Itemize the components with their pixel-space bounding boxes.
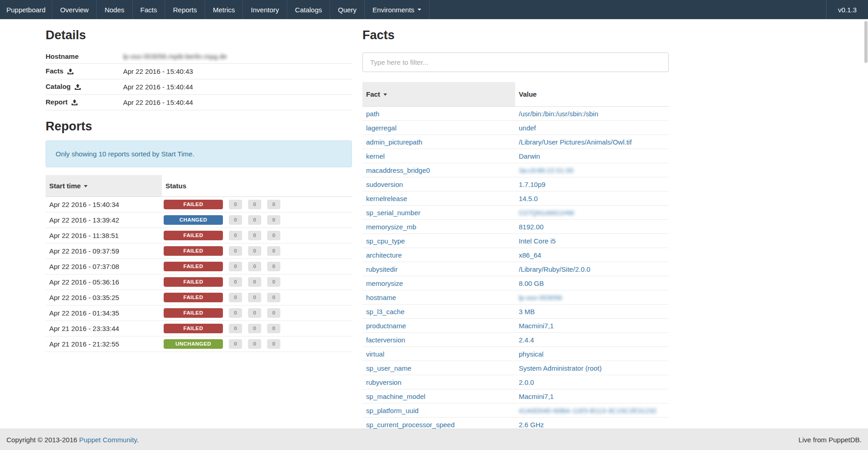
report-row: Apr 22 2016 - 03:35:25 FAILED 0 0 0 (46, 290, 352, 305)
nav-item-catalogs[interactable]: Catalogs (287, 0, 330, 19)
report-count-badge: 0 (267, 324, 280, 333)
report-status-badge: FAILED (164, 308, 223, 318)
upload-icon[interactable] (67, 67, 73, 77)
fact-value-link[interactable]: 2.4.4 (519, 336, 534, 344)
fact-value-link[interactable]: 3a:c9:86:22:01:00 (519, 166, 574, 174)
fact-value-link[interactable]: 8.00 GB (519, 279, 544, 287)
report-count-badge: 0 (229, 339, 242, 349)
fact-value-link[interactable]: Macmini7,1 (519, 322, 554, 330)
fact-name-link[interactable]: hostname (366, 294, 396, 301)
report-count-badge: 0 (248, 308, 261, 318)
report-count-badge: 0 (229, 324, 242, 333)
fact-value-link[interactable]: 1.7.10p9 (519, 181, 545, 188)
fact-name-link[interactable]: memorysize_mb (366, 223, 416, 231)
fact-row: productname Macmini7,1 (362, 319, 669, 333)
fact-value-link[interactable]: x86_64 (519, 251, 541, 259)
details-row-hostname: Hostname lp-osx-003056.mpib-berlin.mpg.d… (46, 49, 352, 64)
report-row: Apr 21 2016 - 21:32:55 UNCHANGED 0 0 0 (46, 336, 352, 352)
fact-name-link[interactable]: kernelrelease (366, 195, 407, 202)
fact-value-link[interactable]: Macmini7,1 (519, 393, 554, 400)
fact-row: sp_l3_cache 3 MB (362, 305, 669, 319)
fact-name-link[interactable]: macaddress_bridge0 (366, 166, 430, 174)
fact-name-link[interactable]: sp_cpu_type (366, 237, 405, 245)
nav-item-inventory[interactable]: Inventory (243, 0, 287, 19)
report-start-time: Apr 22 2016 - 03:35:25 (46, 290, 162, 305)
fact-row: facterversion 2.4.4 (362, 333, 669, 347)
fact-value-link[interactable]: 14.5.0 (519, 195, 538, 202)
report-status-badge: FAILED (164, 231, 223, 240)
reports-header-status[interactable]: Status (162, 175, 352, 197)
fact-name-link[interactable]: rubyversion (366, 378, 402, 386)
fact-row: lagerregal undef (362, 121, 669, 135)
upload-icon[interactable] (72, 98, 78, 108)
fact-name-link[interactable]: kernel (366, 152, 385, 160)
fact-name-link[interactable]: productname (366, 322, 406, 330)
fact-name-link[interactable]: admin_picturepath (366, 138, 422, 146)
nav-item-metrics[interactable]: Metrics (205, 0, 243, 19)
reports-header-start-time[interactable]: Start time (46, 175, 162, 197)
report-start-time: Apr 21 2016 - 23:33:44 (46, 321, 162, 336)
fact-name-link[interactable]: architecture (366, 251, 402, 259)
fact-value-link[interactable]: /Library/Ruby/Site/2.0.0 (519, 265, 590, 273)
facts-header-value[interactable]: Value (515, 82, 669, 107)
fact-row: sp_machine_model Macmini7,1 (362, 389, 669, 403)
fact-value-link[interactable]: 8192.00 (519, 223, 543, 231)
report-start-time: Apr 22 2016 - 11:38:51 (46, 228, 162, 243)
fact-name-link[interactable]: sp_platform_uuid (366, 407, 418, 414)
facts-header-fact[interactable]: Fact (362, 82, 515, 107)
report-count-badge: 0 (267, 231, 280, 240)
fact-value-link[interactable]: 2.6 GHz (519, 421, 544, 429)
report-start-time: Apr 22 2016 - 15:40:34 (46, 197, 162, 212)
fact-value-link[interactable]: Darwin (519, 152, 540, 160)
fact-value-link[interactable]: 41A0D040-60BA-11E5-B113-3C15C2E31232 (519, 407, 656, 414)
fact-value-link[interactable]: lp-osx-003056 (519, 294, 562, 301)
fact-name-link[interactable]: rubysitedir (366, 265, 398, 273)
sort-desc-icon (84, 185, 88, 187)
report-status-badge: FAILED (164, 277, 223, 287)
report-status-badge: FAILED (164, 262, 223, 271)
main-content: Details Hostname lp-osx-003056.mpib-berl… (0, 19, 868, 432)
fact-name-link[interactable]: sp_machine_model (366, 393, 425, 400)
fact-value-link[interactable]: /Library/User Pictures/Animals/Owl.tif (519, 138, 632, 146)
nav-item-overview[interactable]: Overview (52, 0, 97, 19)
details-facts-timestamp: Apr 22 2016 - 15:40:43 (123, 64, 352, 79)
fact-value-link[interactable]: physical (519, 350, 543, 358)
upload-icon[interactable] (75, 83, 81, 92)
fact-name-link[interactable]: virtual (366, 350, 384, 358)
fact-name-link[interactable]: sp_serial_number (366, 209, 420, 217)
fact-value-link[interactable]: C07QN1A6G1HW (519, 209, 574, 217)
report-status-badge: FAILED (164, 200, 223, 209)
scrollbar-thumb[interactable] (864, 21, 868, 63)
fact-name-link[interactable]: path (366, 110, 379, 118)
fact-row: sudoversion 1.7.10p9 (362, 177, 669, 191)
report-start-time: Apr 22 2016 - 07:37:08 (46, 259, 162, 274)
fact-value-link[interactable]: 2.0.0 (519, 378, 534, 386)
facts-filter-input[interactable] (362, 52, 669, 72)
nav-dropdown-environments[interactable]: Environments (365, 0, 429, 19)
fact-value-link[interactable]: 3 MB (519, 308, 535, 316)
fact-value-link[interactable]: System Administrator (root) (519, 364, 602, 372)
details-label-facts: Facts (46, 64, 123, 79)
nav-brand-puppetboard[interactable]: Puppetboard (0, 0, 52, 19)
report-status-badge: FAILED (164, 293, 223, 302)
nav-item-reports[interactable]: Reports (165, 0, 205, 19)
fact-name-link[interactable]: sp_user_name (366, 364, 411, 372)
fact-name-link[interactable]: sudoversion (366, 181, 403, 188)
fact-name-link[interactable]: sp_l3_cache (366, 308, 404, 316)
nav-item-query[interactable]: Query (330, 0, 365, 19)
fact-value-link[interactable]: /usr/bin:/bin:/usr/sbin:/sbin (519, 110, 598, 118)
nav-item-facts[interactable]: Facts (133, 0, 165, 19)
report-count-badge: 0 (248, 277, 261, 287)
fact-name-link[interactable]: sp_current_processor_speed (366, 421, 455, 429)
report-count-badge: 0 (229, 215, 242, 225)
nav-item-nodes[interactable]: Nodes (97, 0, 132, 19)
fact-name-link[interactable]: facterversion (366, 336, 405, 344)
report-count-badge: 0 (248, 215, 261, 225)
fact-name-link[interactable]: lagerregal (366, 124, 397, 132)
fact-name-link[interactable]: memorysize (366, 279, 403, 287)
puppet-community-link[interactable]: Puppet Community (79, 436, 137, 444)
report-count-badge: 0 (229, 293, 242, 302)
fact-value-link[interactable]: undef (519, 124, 536, 132)
details-label-catalog: Catalog (46, 79, 123, 95)
fact-value-link[interactable]: Intel Core i5 (519, 237, 556, 245)
